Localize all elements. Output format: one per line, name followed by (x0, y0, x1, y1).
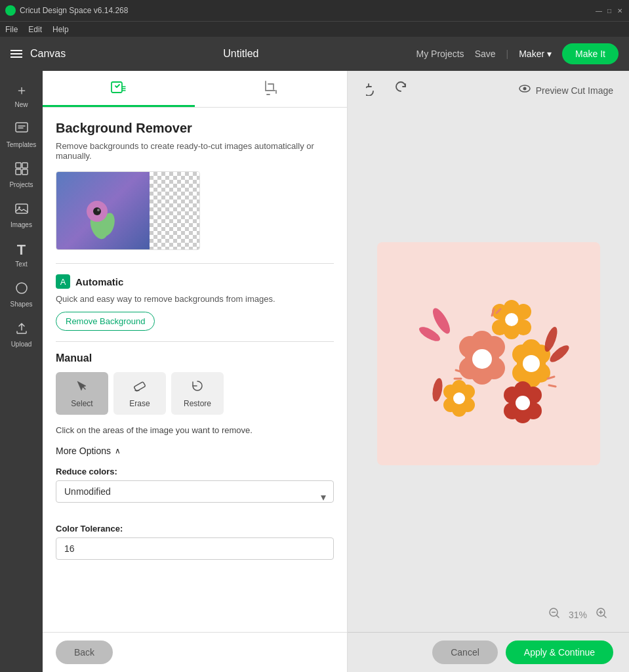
menu-file[interactable]: File (5, 25, 18, 34)
sidebar: ＋ New Templates Projects Images T Text (0, 71, 43, 672)
section-desc: Remove backgrounds to create ready-to-cu… (56, 141, 334, 161)
zoom-in-button[interactable] (590, 604, 613, 625)
erase-icon (132, 379, 147, 396)
svg-point-58 (453, 392, 465, 404)
svg-rect-1 (16, 163, 21, 168)
svg-point-61 (430, 377, 443, 402)
sidebar-label-templates: Templates (7, 141, 37, 148)
manual-section: Manual Select Erase (56, 352, 334, 560)
my-projects-link[interactable]: My Projects (416, 49, 464, 59)
canvas-area: Preview Cut Image (348, 71, 629, 672)
tool-group: Select Erase Restore (56, 372, 334, 415)
svg-point-18 (416, 324, 441, 343)
panel-content: Background Remover Remove backgrounds to… (43, 108, 347, 632)
hamburger-menu[interactable] (10, 50, 22, 58)
auto-icon: A (56, 274, 70, 289)
image-checker-bg (150, 172, 199, 249)
svg-rect-0 (16, 123, 28, 132)
new-icon: ＋ (15, 81, 28, 99)
menu-bar: File Edit Help (0, 21, 629, 37)
restore-tool-button[interactable]: Restore (171, 372, 224, 415)
templates-icon (14, 121, 29, 139)
divider-2 (56, 341, 334, 342)
minimize-button[interactable]: — (595, 7, 603, 14)
svg-point-7 (16, 283, 27, 293)
svg-rect-14 (134, 382, 146, 392)
reduce-colors-wrapper: Unmodified Low Medium High (56, 480, 334, 513)
sidebar-item-upload[interactable]: Upload (3, 316, 40, 353)
cancel-button[interactable]: Cancel (432, 640, 498, 664)
zoom-level: 31% (566, 610, 590, 620)
sidebar-item-new[interactable]: ＋ New (3, 76, 40, 114)
window-controls: — □ ✕ (595, 7, 624, 14)
sidebar-item-shapes[interactable]: Shapes (3, 276, 40, 313)
select-tool-label: Select (71, 399, 92, 408)
canvas-bottom-bar: 31% (348, 597, 629, 632)
sidebar-label-projects: Projects (9, 181, 33, 188)
erase-tool-label: Erase (129, 399, 150, 408)
restore-tool-label: Restore (184, 399, 211, 408)
menu-edit[interactable]: Edit (28, 25, 42, 34)
close-button[interactable]: ✕ (616, 7, 624, 14)
divider-1 (56, 263, 334, 264)
undo-button[interactable] (363, 79, 383, 102)
sidebar-label-images: Images (10, 221, 32, 228)
zoom-out-button[interactable] (542, 604, 566, 625)
automatic-section: A Automatic Quick and easy way to remove… (56, 274, 334, 331)
instruction-text: Click on the areas of the image you want… (56, 425, 334, 435)
svg-rect-4 (22, 169, 28, 175)
sidebar-item-projects[interactable]: Projects (3, 156, 40, 194)
preview-cut-button[interactable]: Preview Cut Image (517, 81, 613, 99)
erase-tool-button[interactable]: Erase (113, 372, 166, 415)
canvas-main (348, 110, 629, 597)
chevron-up-icon: ∧ (115, 446, 121, 455)
select-tool-button[interactable]: Select (56, 372, 108, 415)
svg-point-6 (18, 207, 20, 209)
app-logo (5, 5, 16, 16)
manual-title: Manual (56, 352, 334, 364)
sidebar-item-images[interactable]: Images (3, 196, 40, 234)
sidebar-label-shapes: Shapes (10, 301, 33, 308)
shapes-icon (14, 281, 29, 299)
sidebar-label-text: Text (15, 261, 27, 268)
project-title: Untitled (223, 48, 258, 60)
color-tolerance-input[interactable] (56, 537, 334, 560)
more-options-toggle[interactable]: More Options ∧ (56, 446, 334, 456)
save-button[interactable]: Save (475, 49, 496, 59)
app-title: Cricut Design Space v6.14.268 (20, 6, 128, 15)
upload-icon (14, 321, 29, 339)
eye-icon (517, 81, 532, 99)
back-button[interactable]: Back (56, 640, 113, 664)
canvas-label: Canvas (30, 48, 66, 60)
preview-cut-label: Preview Cut Image (536, 85, 613, 96)
automatic-desc: Quick and easy way to remove backgrounds… (56, 294, 334, 304)
maker-selector[interactable]: Maker ▾ (519, 49, 552, 59)
reduce-colors-select[interactable]: Unmodified Low Medium High (56, 480, 334, 503)
zoom-controls: 31% (542, 604, 613, 625)
panel-bottom: Back (43, 632, 347, 672)
svg-rect-3 (16, 169, 21, 175)
restore-icon (190, 379, 205, 396)
svg-point-13 (97, 209, 100, 211)
reduce-colors-label: Reduce colors: (56, 467, 334, 476)
sidebar-item-templates[interactable]: Templates (3, 116, 40, 154)
redo-button[interactable] (391, 79, 411, 102)
canvas-tools-left (363, 79, 411, 102)
menu-help[interactable]: Help (52, 25, 69, 34)
svg-point-16 (523, 87, 526, 91)
maximize-button[interactable]: □ (605, 7, 613, 14)
canvas-toolbar: Preview Cut Image (348, 71, 629, 110)
remove-background-button[interactable]: Remove Background (56, 312, 155, 331)
title-bar: Cricut Design Space v6.14.268 — □ ✕ (0, 0, 629, 21)
color-tolerance-label: Color Tolerance: (56, 524, 334, 534)
sidebar-item-text[interactable]: T Text (3, 236, 40, 273)
images-icon (14, 201, 29, 219)
tab-background-remover[interactable] (43, 71, 195, 107)
apply-continue-button[interactable]: Apply & Continue (506, 640, 613, 664)
preview-image (56, 171, 200, 250)
flower-preview-svg (70, 190, 129, 243)
automatic-title: Automatic (75, 276, 123, 287)
tab-crop[interactable] (195, 71, 347, 107)
make-it-button[interactable]: Make It (562, 43, 619, 64)
side-panel: Background Remover Remove backgrounds to… (43, 71, 348, 672)
